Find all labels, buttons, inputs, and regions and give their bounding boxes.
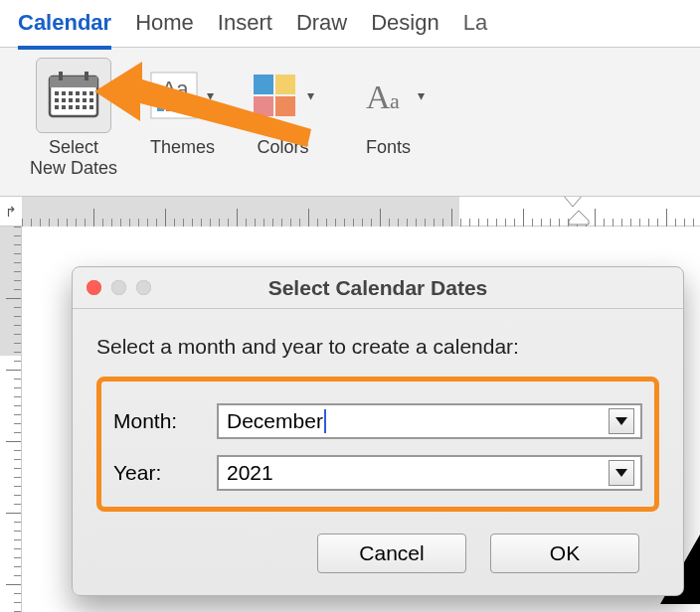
dialog-title: Select Calendar Dates [73, 276, 683, 300]
tab-home[interactable]: Home [135, 10, 194, 46]
svg-rect-10 [55, 98, 59, 102]
svg-marker-36 [615, 417, 627, 425]
workspace: Select Calendar Dates Select a month and… [0, 227, 700, 612]
dialog-titlebar[interactable]: Select Calendar Dates [73, 267, 683, 309]
svg-rect-28 [254, 75, 273, 94]
svg-rect-4 [55, 91, 59, 95]
first-line-indent-marker[interactable] [561, 197, 585, 209]
svg-marker-35 [569, 211, 589, 225]
svg-rect-27 [184, 104, 191, 111]
colors-label: Colors [258, 137, 309, 158]
minimize-window-button [111, 280, 126, 295]
ruler-horizontal[interactable] [22, 197, 700, 227]
tab-insert[interactable]: Insert [218, 10, 272, 46]
svg-rect-3 [85, 72, 88, 80]
colors-button[interactable] [248, 69, 301, 122]
svg-marker-37 [615, 469, 627, 477]
ribbon-tabs: Calendar Home Insert Draw Design La [0, 0, 700, 48]
fonts-label: Fonts [366, 137, 411, 158]
chevron-down-icon[interactable]: ▾ [414, 87, 429, 103]
svg-rect-2 [59, 72, 63, 80]
svg-rect-18 [69, 105, 73, 109]
dropdown-arrow-icon[interactable] [609, 408, 634, 434]
hanging-indent-marker[interactable] [567, 211, 591, 227]
themes-label: Themes [150, 137, 215, 158]
tab-cutoff[interactable]: La [463, 10, 487, 46]
annotation-highlight-box: Month: December Year: 2021 [96, 377, 659, 512]
themes-icon: Aa [147, 69, 201, 122]
svg-marker-34 [563, 197, 583, 207]
ruler-vertical[interactable] [0, 227, 22, 612]
chevron-down-icon[interactable]: ▾ [203, 87, 218, 103]
themes-button[interactable]: Aa [147, 69, 201, 122]
calendar-icon [47, 71, 100, 120]
svg-rect-12 [69, 98, 73, 102]
svg-rect-30 [254, 96, 273, 116]
cancel-button[interactable]: Cancel [317, 534, 466, 573]
year-combobox[interactable]: 2021 [217, 455, 642, 491]
svg-rect-1 [50, 76, 97, 87]
month-label: Month: [113, 409, 203, 433]
select-calendar-dates-dialog: Select Calendar Dates Select a month and… [72, 266, 684, 596]
text-caret [324, 409, 326, 433]
zoom-window-button [136, 280, 151, 295]
group-fonts: A a ▾ Fonts [348, 58, 429, 188]
year-label: Year: [113, 461, 203, 485]
svg-rect-25 [166, 104, 173, 111]
dropdown-arrow-icon[interactable] [609, 460, 634, 486]
group-themes: Aa ▾ Themes [147, 58, 218, 188]
ribbon: SelectNew Dates Aa ▾ Themes [0, 48, 700, 197]
fonts-icon: A a [348, 69, 412, 122]
tab-design[interactable]: Design [371, 10, 438, 46]
svg-text:A: A [366, 78, 391, 115]
document-canvas[interactable]: Select Calendar Dates Select a month and… [22, 227, 700, 612]
colors-icon [248, 69, 301, 122]
svg-text:Aa: Aa [162, 76, 190, 101]
svg-rect-31 [275, 96, 295, 116]
svg-rect-14 [83, 98, 87, 102]
ruler-corner-icon: ↱ [0, 197, 22, 227]
svg-rect-19 [76, 105, 80, 109]
year-value: 2021 [227, 461, 273, 485]
svg-rect-6 [69, 91, 73, 95]
group-colors: ▾ Colors [248, 58, 318, 188]
svg-rect-17 [62, 105, 66, 109]
month-combobox[interactable]: December [217, 403, 642, 439]
group-select-dates: SelectNew Dates [30, 58, 117, 188]
svg-rect-7 [76, 91, 80, 95]
chevron-down-icon[interactable]: ▾ [303, 87, 318, 103]
select-new-dates-button[interactable] [36, 58, 111, 133]
close-window-button[interactable] [87, 280, 101, 295]
ok-button[interactable]: OK [490, 534, 639, 573]
svg-rect-24 [157, 104, 164, 111]
tab-draw[interactable]: Draw [296, 10, 347, 46]
window-controls [87, 280, 151, 295]
svg-rect-20 [83, 105, 87, 109]
svg-rect-8 [83, 91, 87, 95]
select-new-dates-label: SelectNew Dates [30, 137, 117, 178]
svg-rect-15 [89, 98, 93, 102]
svg-rect-11 [62, 98, 66, 102]
month-value: December [227, 409, 323, 433]
tab-calendar[interactable]: Calendar [18, 10, 111, 50]
svg-rect-29 [275, 75, 295, 94]
svg-rect-9 [89, 91, 93, 95]
ruler-area: ↱ [0, 197, 700, 227]
svg-rect-26 [175, 104, 182, 111]
svg-rect-5 [62, 91, 66, 95]
fonts-button[interactable]: A a [348, 69, 412, 122]
svg-text:a: a [390, 88, 400, 113]
svg-rect-13 [76, 98, 80, 102]
dialog-prompt: Select a month and year to create a cale… [96, 335, 659, 359]
svg-rect-16 [55, 105, 59, 109]
svg-rect-21 [89, 105, 93, 109]
